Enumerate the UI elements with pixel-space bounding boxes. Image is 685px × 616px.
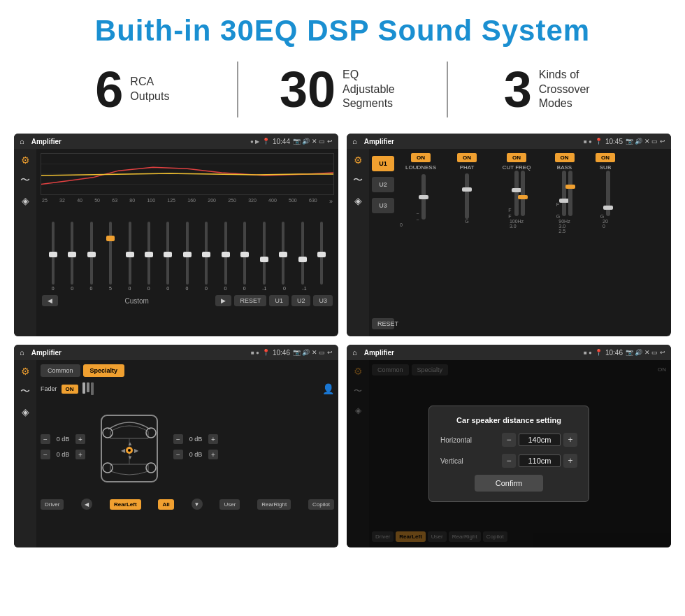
db-value-right-bottom: 0 dB <box>185 451 206 458</box>
user-btn[interactable]: User <box>219 499 240 510</box>
vertical-plus-btn[interactable]: + <box>563 454 577 468</box>
svg-point-7 <box>146 428 156 438</box>
db-plus-left-bottom[interactable]: + <box>75 450 85 459</box>
confirm-button[interactable]: Confirm <box>475 475 544 492</box>
crossover-dots: ■ ● <box>584 138 592 145</box>
left-arrow-btn[interactable]: ◀ <box>81 499 92 510</box>
horizontal-value: 140cm <box>519 434 561 446</box>
speaker-home-icon[interactable]: ⌂ <box>20 348 24 357</box>
u3-btn[interactable]: U3 <box>372 198 394 213</box>
eq-u2-btn[interactable]: U2 <box>291 295 311 306</box>
crossover-reset-btn[interactable]: RESET <box>372 318 394 329</box>
stat-rca: 6 RCA Outputs <box>42 64 223 115</box>
down-arrow-btn[interactable]: ▼ <box>192 499 203 510</box>
distance-screen: ⌂ Amplifier ■ ● 📍 10:46 📷 🔊 ✕ ▭ ↩ ⚙ 〜 ◈ … <box>347 345 671 547</box>
dialog-title: Car speaker distance setting <box>440 416 577 424</box>
speaker-icon-2[interactable]: 〜 <box>20 385 30 398</box>
crossover-icon-1[interactable]: ⚙ <box>354 155 363 166</box>
car-diagram: ◀ ▶ ▲ ▼ <box>91 398 168 496</box>
db-plus-right-top[interactable]: + <box>208 434 218 444</box>
home-icon[interactable]: ⌂ <box>20 137 24 145</box>
eq-preset-label: Custom <box>61 297 212 305</box>
eq-icon-3[interactable]: ◈ <box>22 195 29 206</box>
db-row-right-bottom: − 0 dB + <box>173 450 218 459</box>
eq-slider-12 <box>278 222 288 285</box>
eq-next-btn[interactable]: ▶ <box>215 295 231 306</box>
db-minus-left-bottom[interactable]: − <box>41 450 50 459</box>
svg-text:▲: ▲ <box>127 440 133 447</box>
common-tab[interactable]: Common <box>41 364 80 377</box>
crossover-icon-3[interactable]: ◈ <box>354 195 362 206</box>
loudness-on-btn[interactable]: ON <box>411 153 431 162</box>
vertical-minus-btn[interactable]: − <box>502 454 516 468</box>
crossover-content: ⚙ 〜 ◈ U1 U2 U3 RESET ON LOU <box>347 149 671 336</box>
eq-slider-2 <box>87 222 96 285</box>
crossover-home-icon[interactable]: ⌂ <box>352 137 357 145</box>
eq-status-bar: ⌂ Amplifier ● ▶ 📍 10:44 📷 🔊 ✕ ▭ ↩ <box>14 134 338 149</box>
u2-btn[interactable]: U2 <box>372 177 394 192</box>
speaker-icon-3[interactable]: ◈ <box>22 406 29 417</box>
svg-point-11 <box>128 449 131 452</box>
u-buttons: U1 U2 U3 RESET <box>369 149 397 336</box>
copilot-btn[interactable]: Copilot <box>308 499 334 510</box>
rear-left-btn[interactable]: RearLeft <box>110 499 140 510</box>
specialty-tab[interactable]: Specialty <box>83 364 125 377</box>
eq-icon-2[interactable]: 〜 <box>20 174 30 187</box>
all-btn[interactable]: All <box>158 499 173 510</box>
eq-location-icon: 📍 <box>262 138 270 145</box>
db-row-right-top: − 0 dB + <box>173 434 218 444</box>
stat-number-crossover: 3 <box>504 64 532 115</box>
fader-row: Fader ON 👤 <box>41 382 334 395</box>
sub-title: SUB <box>600 164 611 171</box>
distance-dialog: Car speaker distance setting Horizontal … <box>428 406 589 502</box>
horizontal-plus-btn[interactable]: + <box>563 433 577 447</box>
stat-label-crossover: Kinds of Crossover Modes <box>539 68 602 111</box>
eq-u3-btn[interactable]: U3 <box>313 295 333 306</box>
cutfreq-on-btn[interactable]: ON <box>507 153 526 162</box>
horizontal-minus-btn[interactable]: − <box>502 433 516 447</box>
speaker-title: Amplifier <box>31 349 248 357</box>
stat-divider-1 <box>237 62 238 117</box>
db-minus-left-top[interactable]: − <box>41 434 50 444</box>
crossover-icon-2[interactable]: 〜 <box>353 174 363 187</box>
bass-on-btn[interactable]: ON <box>555 153 575 162</box>
fader-label: Fader <box>41 385 57 392</box>
u1-btn[interactable]: U1 <box>372 156 394 171</box>
eq-u1-btn[interactable]: U1 <box>269 295 289 306</box>
eq-time: 10:44 <box>273 138 290 145</box>
db-plus-left-top[interactable]: + <box>75 434 85 444</box>
db-plus-right-bottom[interactable]: + <box>208 450 218 459</box>
speaker-icon-1[interactable]: ⚙ <box>21 366 30 377</box>
distance-home-icon[interactable]: ⌂ <box>352 348 357 357</box>
eq-icon-1[interactable]: ⚙ <box>21 155 30 166</box>
distance-status-bar: ⌂ Amplifier ■ ● 📍 10:46 📷 🔊 ✕ ▭ ↩ <box>347 345 671 360</box>
crossover-left-icons: ⚙ 〜 ◈ <box>347 149 369 336</box>
db-minus-right-bottom[interactable]: − <box>173 450 183 459</box>
db-minus-right-top[interactable]: − <box>173 434 183 444</box>
db-value-left-bottom: 0 dB <box>52 451 73 458</box>
db-value-left-top: 0 dB <box>52 436 73 443</box>
svg-text:▼: ▼ <box>127 454 133 461</box>
svg-point-8 <box>103 463 113 473</box>
crossover-location-icon: 📍 <box>595 138 603 145</box>
distance-location-icon: 📍 <box>595 349 603 356</box>
eq-prev-btn[interactable]: ◀ <box>42 295 58 306</box>
eq-slider-8 <box>201 222 211 285</box>
ctrl-cutfreq: ON CUT FREQ FF <box>492 153 541 229</box>
crossover-controls: ON LOUDNESS ~ ~ <box>397 149 671 336</box>
rear-right-btn[interactable]: RearRight <box>257 499 291 510</box>
sub-on-btn[interactable]: ON <box>596 153 615 162</box>
eq-reset-btn[interactable]: RESET <box>234 295 266 306</box>
speaker-footer: Driver ◀ RearLeft All ▼ User RearRight C… <box>41 499 334 510</box>
driver-btn[interactable]: Driver <box>41 499 64 510</box>
fader-sliders <box>82 382 94 395</box>
stat-divider-2 <box>447 62 448 117</box>
speaker-main: Common Specialty Fader ON 👤 <box>36 360 338 547</box>
fader-on-btn[interactable]: ON <box>62 385 78 394</box>
horizontal-label: Horizontal <box>440 436 489 444</box>
eq-slider-14 <box>317 222 326 285</box>
eq-status-icons: 📷 🔊 ✕ ▭ ↩ <box>293 138 333 145</box>
phat-on-btn[interactable]: ON <box>457 153 477 162</box>
eq-left-icons: ⚙ 〜 ◈ <box>14 149 36 336</box>
speaker-status-icons: 📷 🔊 ✕ ▭ ↩ <box>293 349 333 356</box>
